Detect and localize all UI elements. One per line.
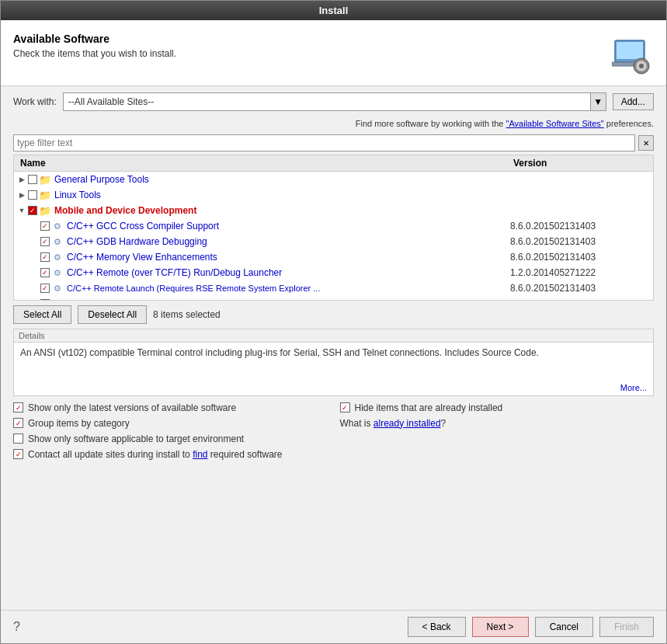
option-label-1: Show only the latest versions of availab… <box>28 402 236 413</box>
option-row: ✓ Group items by category <box>13 418 328 429</box>
folder-icon: 📁 <box>39 204 51 217</box>
option-row: ✓ Show only the latest versions of avail… <box>13 402 328 413</box>
row-checkbox[interactable]: ✓ <box>28 206 37 215</box>
table-row[interactable]: ▼ ✓ 📁 Mobile and Device Development <box>14 203 653 218</box>
item-label: C/C++ Memory View Enhancements <box>67 252 510 263</box>
dropdown-button[interactable]: ▼ <box>590 93 606 110</box>
row-checkbox[interactable]: ✓ <box>40 299 50 300</box>
filter-clear-button[interactable]: ✕ <box>638 135 654 151</box>
version-cell: 8.6.0.201502131403 <box>510 221 650 231</box>
svg-point-5 <box>639 64 644 68</box>
option-row: What is already installed? <box>340 418 655 429</box>
details-text: An ANSI (vt102) compatible Terminal cont… <box>14 343 653 381</box>
gear-icon: ⚙ <box>51 220 64 232</box>
table-row[interactable]: ▶ ✓ ⚙ C/C++ Remote Launch (Requires RSE … <box>14 280 653 296</box>
gear-icon: ⚙ <box>51 251 64 263</box>
select-buttons-row: Select All Deselect All 8 items selected <box>1 301 666 329</box>
table-row[interactable]: ▶ ✓ ⚙ C/C++ Remote (over TCF/TE) Run/Deb… <box>14 265 653 280</box>
filter-input[interactable] <box>13 134 635 151</box>
item-label: Remote System Explorer End-User Runtime <box>67 298 510 300</box>
item-label: C/C++ GDB Hardware Debugging <box>67 236 510 247</box>
item-label: C/C++ Remote (over TCF/TE) Run/Debug Lau… <box>67 267 510 278</box>
item-label: General Purpose Tools <box>54 174 510 185</box>
version-cell: 8.6.0.201502131403 <box>510 236 650 247</box>
selected-count: 8 items selected <box>153 309 221 320</box>
details-section: Details An ANSI (vt102) compatible Termi… <box>13 329 654 396</box>
select-all-button[interactable]: Select All <box>13 305 71 324</box>
cancel-button[interactable]: Cancel <box>535 617 593 637</box>
add-button[interactable]: Add... <box>613 93 654 110</box>
table-row[interactable]: ▶ 📁 Linux Tools <box>14 187 653 203</box>
version-cell: 1.2.0.201405271222 <box>510 267 650 278</box>
gear-icon: ⚙ <box>51 266 64 279</box>
gear-icon: ⚙ <box>51 282 64 294</box>
option-checkbox-1[interactable]: ✓ <box>13 402 23 413</box>
option-label-6: What is already installed? <box>340 418 446 429</box>
find-link[interactable]: find <box>193 449 207 460</box>
row-checkbox[interactable]: ✓ <box>40 252 50 262</box>
gear-icon: ⚙ <box>51 298 64 300</box>
option-checkbox-5[interactable]: ✓ <box>340 402 350 413</box>
already-installed-link[interactable]: already installed <box>373 418 441 429</box>
row-checkbox[interactable]: ✓ <box>40 268 50 277</box>
version-cell: 8.6.0.201502131403 <box>510 252 650 263</box>
options-section: ✓ Show only the latest versions of avail… <box>1 396 666 466</box>
tree-header: Name Version <box>14 155 653 172</box>
item-label: Mobile and Device Development <box>54 205 510 216</box>
finish-button[interactable]: Finish <box>599 617 654 637</box>
table-row[interactable]: ▶ ✓ ⚙ Remote System Explorer End-User Ru… <box>14 296 653 300</box>
folder-icon: 📁 <box>39 189 51 201</box>
work-with-value: --All Available Sites-- <box>64 96 590 107</box>
option-label-2: Group items by category <box>28 418 130 429</box>
option-label-4: Contact all update sites during install … <box>28 449 283 460</box>
find-more-suffix: preferences. <box>606 119 654 128</box>
table-row[interactable]: ▶ 📁 General Purpose Tools <box>14 172 653 187</box>
back-button[interactable]: < Back <box>408 617 466 637</box>
details-label: Details <box>14 329 653 343</box>
expand-icon: ▼ <box>17 206 26 215</box>
work-with-select[interactable]: --All Available Sites-- ▼ <box>63 92 606 111</box>
table-row[interactable]: ▶ ✓ ⚙ C/C++ Memory View Enhancements 8.6… <box>14 249 653 265</box>
option-checkbox-4[interactable]: ✓ <box>13 449 23 459</box>
option-row: ✓ Contact all update sites during instal… <box>13 449 328 460</box>
row-checkbox[interactable]: ✓ <box>40 284 50 293</box>
item-label: C/C++ Remote Launch (Requires RSE Remote… <box>67 284 510 293</box>
help-button[interactable]: ? <box>13 620 20 634</box>
row-checkbox[interactable]: ✓ <box>40 237 50 246</box>
version-cell: 8.6.0.201502131403 <box>510 283 650 294</box>
item-label: C/C++ GCC Cross Compiler Support <box>67 221 510 231</box>
table-row[interactable]: ▶ ✓ ⚙ C/C++ GCC Cross Compiler Support 8… <box>14 218 653 234</box>
available-sites-link[interactable]: "Available Software Sites" <box>506 119 604 128</box>
name-column-header: Name <box>14 158 513 169</box>
option-label-5: Hide items that are already installed <box>355 402 503 413</box>
expand-icon: ▶ <box>17 190 26 200</box>
header-icon <box>610 33 654 76</box>
header-text: Available Software Check the items that … <box>13 33 176 59</box>
title-label: Install <box>319 5 349 16</box>
page-title: Available Software <box>13 33 176 45</box>
work-with-row: Work with: --All Available Sites-- ▼ Add… <box>1 86 666 117</box>
header-section: Available Software Check the items that … <box>1 20 666 86</box>
svg-rect-1 <box>617 42 643 59</box>
row-checkbox[interactable] <box>28 175 37 184</box>
folder-icon: 📁 <box>39 173 51 186</box>
more-link[interactable]: More... <box>620 383 647 392</box>
version-column-header: Version <box>513 158 653 169</box>
option-checkbox-2[interactable]: ✓ <box>13 418 23 428</box>
row-checkbox[interactable] <box>28 190 37 200</box>
table-row[interactable]: ▶ ✓ ⚙ C/C++ GDB Hardware Debugging 8.6.0… <box>14 234 653 249</box>
version-cell: 3.7.0.201502160819 <box>510 298 650 300</box>
row-checkbox[interactable]: ✓ <box>40 221 50 231</box>
options-left: ✓ Show only the latest versions of avail… <box>13 402 328 460</box>
option-row: ✓ Hide items that are already installed <box>340 402 655 413</box>
next-button[interactable]: Next > <box>472 617 529 637</box>
deselect-all-button[interactable]: Deselect All <box>78 305 147 324</box>
tree-body[interactable]: ▶ 📁 General Purpose Tools ▶ 📁 Linux Tool… <box>14 172 653 300</box>
page-subtitle: Check the items that you wish to install… <box>13 48 176 59</box>
filter-row: ✕ <box>1 131 666 155</box>
item-label: Linux Tools <box>54 190 510 200</box>
option-label-3: Show only software applicable to target … <box>28 433 244 444</box>
title-bar: Install <box>1 1 666 20</box>
option-checkbox-3[interactable] <box>13 433 23 444</box>
tree-area: Name Version ▶ 📁 General Purpose Tools ▶… <box>13 155 654 301</box>
